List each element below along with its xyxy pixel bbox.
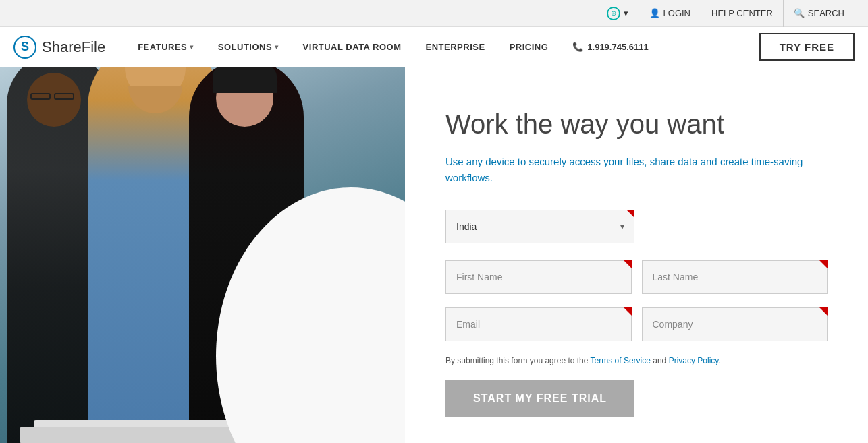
main-nav: S ShareFile FEATURES ▾ SOLUTIONS ▾ VIRTU… <box>0 27 868 67</box>
nav-features[interactable]: FEATURES ▾ <box>126 27 206 67</box>
first-name-field <box>445 260 632 294</box>
top-bar: ⊕ ▾ 👤 LOGIN HELP CENTER 🔍 SEARCH <box>0 0 868 27</box>
terms-of-service-link[interactable]: Terms of Service <box>591 356 651 365</box>
globe-icon: ⊕ <box>607 7 620 20</box>
chevron-down-icon: ▾ <box>190 43 194 51</box>
login-link[interactable]: 👤 LOGIN <box>639 0 701 27</box>
nav-solutions[interactable]: SOLUTIONS ▾ <box>206 27 291 67</box>
sharefile-logo[interactable]: S ShareFile <box>13 36 105 59</box>
help-center-label: HELP CENTER <box>711 8 773 18</box>
company-input[interactable] <box>642 307 828 341</box>
search-label: SEARCH <box>808 8 844 18</box>
user-icon: 👤 <box>649 8 660 18</box>
chevron-down-icon: ▾ <box>624 8 628 18</box>
privacy-policy-link[interactable]: Privacy Policy <box>669 356 719 365</box>
login-label: LOGIN <box>663 8 690 18</box>
hero-subtitle: Use any device to securely access your f… <box>445 154 828 186</box>
logo-s-icon: S <box>13 36 36 59</box>
phone-nav: 📞 1.919.745.6111 <box>560 42 660 52</box>
country-select[interactable]: India United States United Kingdom Canad… <box>445 210 634 243</box>
nav-virtual-data-room[interactable]: VIRTUAL DATA ROOM <box>291 27 414 67</box>
nav-enterprise[interactable]: ENTERPRISE <box>414 27 497 67</box>
search-icon: 🔍 <box>794 8 805 18</box>
try-free-button[interactable]: TRY FREE <box>759 33 855 61</box>
hero-title: Work the way you want <box>445 108 828 140</box>
hero-section: Work the way you want Use any device to … <box>0 67 868 443</box>
email-company-row <box>445 307 828 341</box>
email-field <box>445 307 632 341</box>
nav-links: FEATURES ▾ SOLUTIONS ▾ VIRTUAL DATA ROOM… <box>126 27 759 67</box>
chevron-down-icon: ▾ <box>275 43 279 51</box>
logo-name: ShareFile <box>42 38 105 56</box>
start-free-trial-button[interactable]: START MY FREE TRIAL <box>445 380 634 417</box>
phone-number: 1.919.745.6111 <box>587 42 648 52</box>
name-row <box>445 260 828 294</box>
company-field <box>642 307 828 341</box>
help-center-link[interactable]: HELP CENTER <box>701 0 784 27</box>
phone-icon: 📞 <box>572 42 583 52</box>
search-link[interactable]: 🔍 SEARCH <box>784 0 855 27</box>
hero-image <box>0 67 405 443</box>
top-bar-items: ⊕ ▾ 👤 LOGIN HELP CENTER 🔍 SEARCH <box>597 0 855 27</box>
country-select-wrapper: India United States United Kingdom Canad… <box>445 210 634 243</box>
hero-content: Work the way you want Use any device to … <box>405 67 868 443</box>
last-name-input[interactable] <box>642 260 828 294</box>
first-name-input[interactable] <box>445 260 632 294</box>
language-selector[interactable]: ⊕ ▾ <box>597 0 639 27</box>
nav-pricing[interactable]: PRICING <box>497 27 561 67</box>
terms-text: By submitting this form you agree to the… <box>445 355 828 367</box>
last-name-field <box>642 260 828 294</box>
email-input[interactable] <box>445 307 632 341</box>
